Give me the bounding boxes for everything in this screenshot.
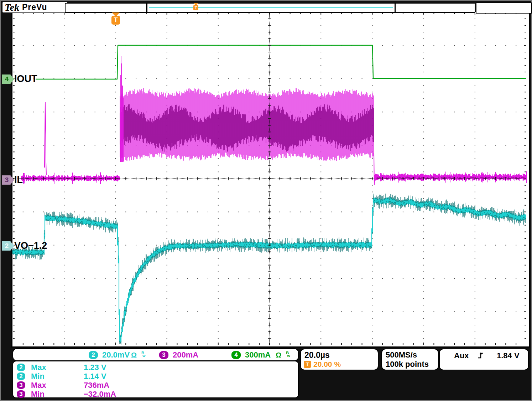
measurement-name: Min: [31, 390, 45, 399]
trigger-source-readout-box[interactable]: Aux 1.84 V: [439, 349, 529, 370]
channel-4-badge: 4: [231, 351, 241, 359]
measurement-row: 3 Min −32.0mA: [13, 390, 298, 399]
measurement-row: 2 Max 1.23 V: [13, 363, 298, 372]
channel-4-scale: 300mA: [245, 350, 271, 360]
channel-2-badge: 2: [17, 364, 25, 371]
measurement-value: 1.14 V: [84, 372, 106, 381]
timebase-readout-box[interactable]: 20.0µs T 20.00 %: [300, 349, 379, 370]
waveform-overview-bar[interactable]: [147, 3, 395, 13]
channel-2-scale-readout[interactable]: 2 20.0mVΩBW: [89, 350, 146, 360]
timebase-scale: 20.0µs: [304, 350, 330, 360]
ohm-coupling-icon: Ω: [131, 351, 137, 359]
tek-brand: Tek: [5, 2, 19, 13]
ohm-coupling-icon: Ω: [276, 351, 281, 359]
channel-2-scale: 20.0mV: [102, 350, 130, 360]
trigger-t-icon: T: [304, 361, 311, 368]
measurement-row: 3 Max 736mA: [13, 381, 298, 390]
trace-label-il: IL: [14, 174, 23, 185]
rising-edge-icon: [478, 352, 484, 360]
trigger-level-value: 1.84 V: [497, 351, 520, 360]
top-readout-blank-far-right: [476, 2, 532, 14]
trace-label-iout: IOUT: [14, 73, 37, 84]
record-length: 100k points: [386, 360, 429, 369]
measurement-value: −32.0mA: [84, 390, 116, 399]
channel-4-scale-readout[interactable]: 4 300mAΩBW: [231, 350, 290, 360]
measurement-name: Min: [31, 372, 45, 381]
sample-rate: 500MS/s: [386, 350, 417, 360]
oscilloscope-screen: Tek PreVu T T 4 3 2 IOUT IL VO−1.2 2 20.…: [0, 0, 532, 401]
trigger-t-icon: T: [193, 5, 198, 10]
trigger-t-icon: T: [111, 16, 120, 25]
tek-logo-box: Tek PreVu: [2, 2, 68, 13]
channel-2-badge: 2: [17, 372, 25, 380]
measurement-value: 736mA: [84, 381, 109, 390]
trigger-position-flag[interactable]: T: [111, 12, 120, 25]
acquisition-readout-box[interactable]: 500MS/s 100k points: [381, 349, 439, 370]
trigger-position-percent: 20.00 %: [313, 360, 341, 369]
measurement-readout-box: 2 Max 1.23 V 2 Min 1.14 V 3 Max 736mA 3 …: [12, 361, 299, 398]
channel-3-scale: 200mA: [173, 350, 198, 360]
trace-label-vo: VO−1.2: [14, 240, 47, 251]
channel-scale-readout-bar: 2 20.0mVΩBW 3 200mA 4 300mAΩBW: [12, 348, 299, 361]
measurement-value: 1.23 V: [84, 363, 106, 372]
measurement-name: Max: [31, 381, 46, 390]
top-readout-blank-left: [65, 3, 147, 13]
trigger-source-label: Aux: [454, 351, 469, 360]
overview-trigger-marker[interactable]: T: [193, 3, 198, 10]
channel-3-badge: 3: [159, 351, 168, 359]
channel-3-badge: 3: [17, 390, 25, 398]
graticule-display: [0, 0, 532, 401]
channel-3-scale-readout[interactable]: 3 200mA: [159, 350, 198, 360]
measurement-name: Max: [31, 363, 46, 372]
overview-waveform-line: [149, 7, 393, 8]
top-readout-blank-right: [395, 3, 475, 13]
acquisition-mode-label: PreVu: [22, 2, 47, 12]
measurement-row: 2 Min 1.14 V: [13, 372, 298, 381]
trigger-position-readout: T 20.00 %: [304, 360, 341, 369]
channel-2-badge: 2: [89, 351, 98, 359]
bandwidth-limit-icon: BW: [286, 351, 290, 358]
bandwidth-limit-icon: BW: [141, 351, 146, 358]
channel-3-badge: 3: [17, 381, 25, 389]
